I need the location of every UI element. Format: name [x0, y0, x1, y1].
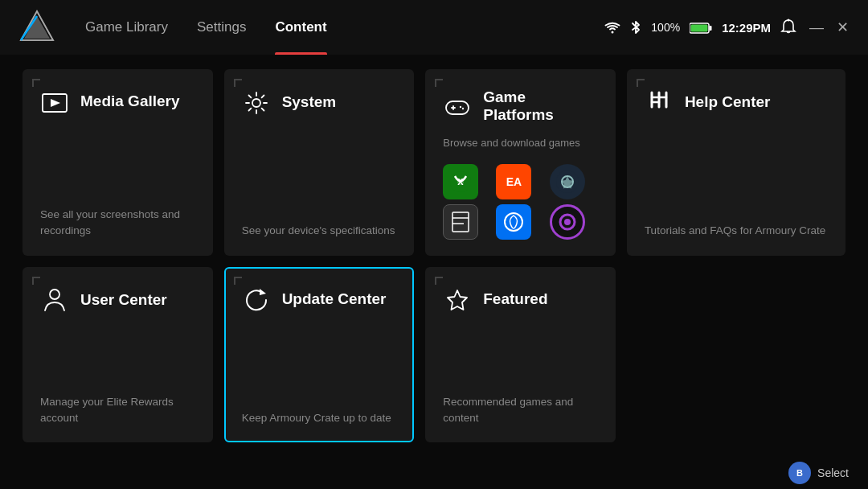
tile-game-platforms-header: Game Platforms	[443, 88, 598, 124]
tile-featured-header: Featured	[443, 286, 598, 314]
tile-featured-desc: Recommended games and content	[443, 394, 598, 427]
tile-user-center[interactable]: User Center Manage your Elite Rewards ac…	[23, 267, 213, 443]
clock: 12:29PM	[722, 21, 771, 35]
tile-corner-decoration	[32, 79, 40, 87]
svg-point-4	[612, 31, 614, 33]
svg-marker-10	[51, 99, 60, 107]
tile-featured-title: Featured	[483, 290, 547, 308]
content-grid: Media Gallery See all your screenshots a…	[0, 55, 868, 457]
select-label: Select	[817, 466, 849, 479]
tile-update-center-title: Update Center	[282, 290, 387, 308]
svg-point-16	[462, 107, 464, 109]
gog-logo	[550, 204, 585, 240]
tile-user-center-header: User Center	[40, 286, 195, 314]
xbox-logo: X	[443, 164, 478, 199]
main-nav: Game Library Settings Content	[71, 0, 342, 55]
epic-logo	[443, 204, 478, 240]
bottom-bar: B Select	[0, 457, 868, 489]
nav-settings[interactable]: Settings	[182, 0, 260, 55]
tile-game-platforms-desc: Browse and download games	[443, 135, 598, 151]
svg-point-33	[50, 290, 59, 299]
notification-icon[interactable]	[780, 18, 796, 36]
svg-marker-34	[260, 289, 266, 295]
tile-help-center[interactable]: Help Center Tutorials and FAQs for Armou…	[627, 69, 845, 256]
ea-logo: EA	[496, 164, 531, 199]
tile-corner-decoration	[234, 277, 242, 285]
nav-content[interactable]: Content	[260, 0, 341, 55]
tile-media-gallery-title: Media Gallery	[80, 92, 180, 110]
tile-featured[interactable]: Featured Recommended games and content	[425, 267, 616, 443]
svg-rect-7	[691, 25, 708, 32]
svg-text:X: X	[458, 177, 465, 187]
ubisoft-logo	[496, 204, 531, 240]
tile-user-center-title: User Center	[80, 291, 167, 309]
select-button-icon: B	[788, 462, 811, 484]
minimize-button[interactable]: —	[809, 20, 824, 35]
tile-help-center-desc: Tutorials and FAQs for Armoury Crate	[645, 223, 828, 239]
tile-system-desc: See your device's specifications	[242, 223, 397, 239]
tile-help-center-header: Help Center	[645, 88, 828, 117]
tile-corner-decoration	[32, 277, 40, 285]
tile-system[interactable]: System See your device's specifications	[224, 69, 415, 256]
svg-point-8	[788, 19, 790, 22]
select-hint: B Select	[788, 462, 849, 484]
nav-game-library[interactable]: Game Library	[71, 0, 182, 55]
battery-percent: 100%	[651, 21, 680, 34]
tile-update-center-desc: Keep Armoury Crate up to date	[242, 410, 397, 426]
tile-game-platforms-title: Game Platforms	[483, 88, 598, 124]
tile-media-gallery[interactable]: Media Gallery See all your screenshots a…	[23, 69, 213, 256]
featured-icon	[443, 286, 472, 314]
header: Game Library Settings Content 10	[0, 0, 868, 55]
app-logo	[19, 10, 55, 45]
gamepad-icon	[443, 93, 472, 119]
tile-corner-decoration	[435, 277, 443, 285]
help-icon	[645, 88, 674, 117]
svg-point-27	[564, 219, 571, 225]
svg-rect-22	[452, 212, 469, 232]
tile-corner-decoration	[637, 79, 645, 87]
tile-update-center[interactable]: Update Center Keep Armoury Crate up to d…	[224, 267, 415, 443]
tile-media-gallery-desc: See all your screenshots and recordings	[40, 207, 195, 240]
svg-rect-12	[446, 101, 469, 114]
tile-system-header: System	[242, 88, 397, 116]
close-button[interactable]: ✕	[837, 20, 849, 35]
user-icon	[40, 286, 69, 314]
wifi-icon	[604, 20, 620, 34]
tile-media-gallery-header: Media Gallery	[40, 88, 195, 114]
update-icon	[242, 286, 271, 314]
header-status: 100% 12:29PM	[604, 18, 796, 36]
svg-point-15	[460, 105, 461, 107]
platform-logos-grid: X EA	[443, 164, 598, 240]
svg-rect-6	[710, 26, 712, 31]
tile-help-center-title: Help Center	[685, 93, 771, 111]
window-controls: — ✕	[809, 20, 849, 35]
system-icon	[242, 88, 271, 116]
steam-logo	[550, 164, 585, 199]
tile-user-center-desc: Manage your Elite Rewards account	[40, 394, 195, 427]
tile-corner-decoration	[435, 79, 443, 87]
tile-corner-decoration	[234, 79, 242, 87]
tile-game-platforms[interactable]: Game Platforms Browse and download games…	[425, 69, 616, 256]
svg-point-11	[252, 99, 260, 107]
bluetooth-icon	[630, 19, 641, 35]
tile-system-title: System	[282, 93, 337, 111]
media-icon	[40, 88, 69, 114]
battery-icon	[690, 21, 712, 34]
tile-update-center-header: Update Center	[242, 286, 397, 314]
